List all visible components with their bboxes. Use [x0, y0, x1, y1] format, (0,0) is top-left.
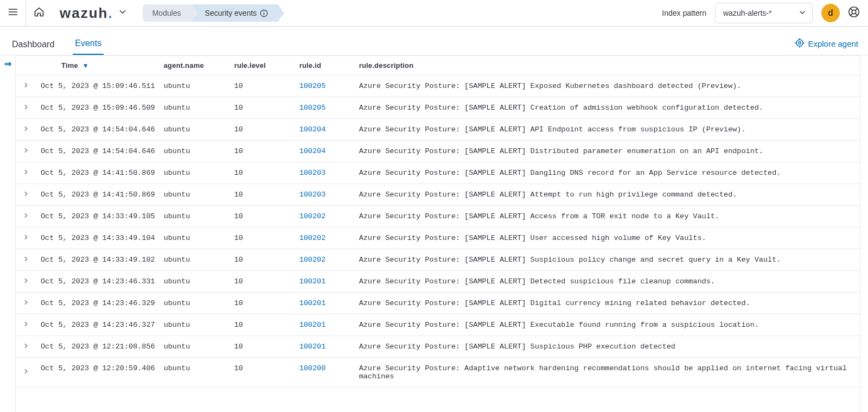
column-rule-description[interactable]: rule.description — [355, 56, 860, 75]
column-agent-name[interactable]: agent.name — [159, 56, 230, 75]
cell-rule-id[interactable]: 100204 — [295, 141, 355, 162]
cell-agent-name: ubuntu — [159, 271, 230, 293]
user-avatar[interactable]: d — [821, 4, 840, 22]
cell-agent-name: ubuntu — [159, 162, 230, 184]
expand-row-button[interactable] — [16, 141, 36, 162]
cell-rule-description: Azure Security Posture: [SAMPLE ALERT] D… — [355, 293, 860, 314]
chevron-right-icon — [22, 367, 30, 375]
explore-agent-link[interactable]: Explore agent — [795, 38, 858, 55]
cell-rule-description: Azure Security Posture: [SAMPLE ALERT] E… — [355, 75, 860, 97]
breadcrumb-modules[interactable]: Modules — [143, 4, 191, 22]
expand-row-button[interactable] — [16, 75, 36, 97]
table-row: Oct 5, 2023 @ 14:41:50.869ubuntu10100203… — [16, 162, 860, 184]
chevron-down-icon — [118, 7, 127, 19]
cell-rule-description: Azure Security Posture: Adaptive network… — [355, 358, 860, 388]
help-button[interactable] — [846, 5, 861, 21]
expand-row-button[interactable] — [16, 293, 36, 314]
breadcrumb-security-events[interactable]: Security events — [191, 4, 278, 22]
tab-dashboard[interactable]: Dashboard — [10, 35, 56, 55]
cell-rule-description: Azure Security Posture: [SAMPLE ALERT] C… — [355, 97, 860, 119]
cell-rule-id[interactable]: 100203 — [295, 184, 355, 206]
cell-rule-id[interactable]: 100202 — [295, 206, 355, 227]
cell-rule-id[interactable]: 100202 — [295, 249, 355, 271]
expand-row-button[interactable] — [16, 97, 36, 119]
cell-agent-name: ubuntu — [159, 97, 230, 119]
menu-toggle-button[interactable] — [0, 0, 26, 27]
cell-agent-name: ubuntu — [159, 206, 230, 227]
svg-line-10 — [856, 9, 858, 11]
chevron-right-icon — [22, 168, 30, 176]
cell-rule-id[interactable]: 100201 — [295, 336, 355, 358]
cell-agent-name: ubuntu — [159, 358, 230, 388]
cell-rule-level: 10 — [230, 293, 295, 314]
expand-row-button[interactable] — [16, 336, 36, 358]
cell-agent-name: ubuntu — [159, 75, 230, 97]
expand-panel-button[interactable]: ⇒ — [0, 55, 15, 412]
table-row: Oct 5, 2023 @ 14:54:04.646ubuntu10100204… — [16, 119, 860, 141]
expand-right-icon: ⇒ — [4, 59, 11, 69]
cell-rule-level: 10 — [230, 249, 295, 271]
cell-rule-id[interactable]: 100201 — [295, 271, 355, 293]
cell-rule-description: Azure Security Posture: [SAMPLE ALERT] S… — [355, 249, 860, 271]
cell-rule-id[interactable]: 100202 — [295, 227, 355, 249]
avatar-initial: d — [828, 8, 833, 18]
table-row: Oct 5, 2023 @ 14:33:49.104ubuntu10100202… — [16, 227, 860, 249]
cell-agent-name: ubuntu — [159, 184, 230, 206]
index-pattern-select[interactable]: wazuh-alerts-* — [715, 3, 813, 23]
expand-row-button[interactable] — [16, 119, 36, 141]
table-row: Oct 5, 2023 @ 14:23:46.331ubuntu10100201… — [16, 271, 860, 293]
expand-row-button[interactable] — [16, 271, 36, 293]
cell-agent-name: ubuntu — [159, 293, 230, 314]
cell-rule-id[interactable]: 100205 — [295, 97, 355, 119]
table-row: Oct 5, 2023 @ 14:54:04.646ubuntu10100204… — [16, 141, 860, 162]
cell-rule-id[interactable]: 100203 — [295, 162, 355, 184]
table-row: Oct 5, 2023 @ 14:33:49.105ubuntu10100202… — [16, 206, 860, 227]
cell-rule-description: Azure Security Posture: [SAMPLE ALERT] D… — [355, 162, 860, 184]
expand-row-button[interactable] — [16, 314, 36, 336]
cell-rule-id[interactable]: 100201 — [295, 293, 355, 314]
table-row: Oct 5, 2023 @ 15:09:46.511ubuntu10100205… — [16, 75, 860, 97]
column-time[interactable]: Time ▼ — [36, 56, 159, 75]
cell-rule-description: Azure Security Posture: [SAMPLE ALERT] E… — [355, 314, 860, 336]
explore-agent-label: Explore agent — [808, 39, 858, 48]
cell-rule-level: 10 — [230, 75, 295, 97]
cell-agent-name: ubuntu — [159, 227, 230, 249]
expand-row-button[interactable] — [16, 206, 36, 227]
cell-agent-name: ubuntu — [159, 119, 230, 141]
cell-rule-id[interactable]: 100205 — [295, 75, 355, 97]
cell-time: Oct 5, 2023 @ 12:21:08.856 — [36, 336, 159, 358]
events-table: Time ▼ agent.name rule.level rule.id rul… — [15, 55, 860, 412]
chevron-right-icon — [22, 212, 30, 219]
expand-row-button[interactable] — [16, 249, 36, 271]
brand-logo[interactable]: wazuh. — [52, 5, 137, 22]
breadcrumb-label: Security events — [205, 9, 257, 17]
chevron-right-icon — [22, 81, 30, 89]
index-pattern-label: Index pattern — [662, 9, 706, 17]
cell-time: Oct 5, 2023 @ 14:23:46.331 — [36, 271, 159, 293]
view-tabs: Dashboard Events Explore agent — [0, 27, 868, 55]
cell-rule-level: 10 — [230, 206, 295, 227]
expand-row-button[interactable] — [16, 358, 36, 388]
cell-rule-id[interactable]: 100204 — [295, 119, 355, 141]
cell-rule-level: 10 — [230, 271, 295, 293]
info-icon — [260, 9, 268, 17]
cell-time: Oct 5, 2023 @ 14:41:50.869 — [36, 184, 159, 206]
tab-events[interactable]: Events — [73, 34, 104, 55]
home-button[interactable] — [26, 0, 52, 27]
table-header-row: Time ▼ agent.name rule.level rule.id rul… — [16, 56, 860, 75]
expand-row-button[interactable] — [16, 184, 36, 206]
cell-rule-id[interactable]: 100200 — [295, 358, 355, 388]
chevron-right-icon — [22, 320, 30, 328]
column-rule-level[interactable]: rule.level — [230, 56, 295, 75]
svg-line-11 — [851, 14, 853, 16]
cell-rule-id[interactable]: 100201 — [295, 314, 355, 336]
hamburger-icon — [8, 7, 18, 20]
expand-row-button[interactable] — [16, 162, 36, 184]
svg-line-8 — [851, 9, 853, 11]
column-rule-id[interactable]: rule.id — [295, 56, 355, 75]
sort-desc-icon: ▼ — [82, 62, 89, 69]
cell-agent-name: ubuntu — [159, 249, 230, 271]
cell-time: Oct 5, 2023 @ 12:20:59.406 — [36, 358, 159, 388]
cell-rule-description: Azure Security Posture: [SAMPLE ALERT] A… — [355, 119, 860, 141]
expand-row-button[interactable] — [16, 227, 36, 249]
